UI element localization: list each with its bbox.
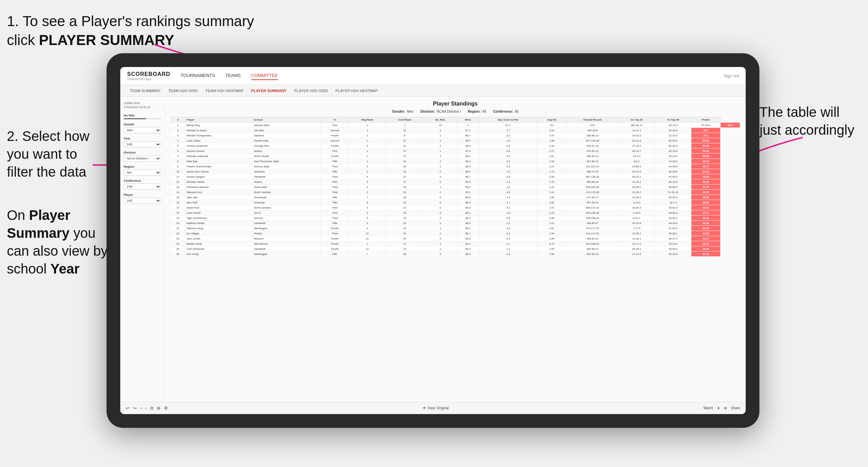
cell-7-10: 607-63-12 bbox=[567, 159, 619, 164]
cell-5-6: 1 bbox=[424, 148, 457, 154]
cell-17-1: Luke Powell bbox=[185, 210, 252, 215]
cell-0-0: 1 bbox=[171, 123, 185, 128]
cell-8-10: 412-221-24 bbox=[567, 164, 619, 169]
cell-12-6: 1 bbox=[424, 185, 457, 190]
table-row: 2Michael La SassoOle MissSecond118067.1-… bbox=[171, 128, 740, 133]
cell-13-9: 1.41 bbox=[537, 190, 567, 195]
cell-2-6: 1 bbox=[424, 133, 457, 138]
cell-11-0: 12 bbox=[171, 179, 185, 185]
watch-button[interactable]: Watch bbox=[703, 406, 713, 410]
table-row: 25Cole SherwoodVanderbiltFourth1223169.5… bbox=[171, 246, 740, 252]
cell-24-0: 25 bbox=[171, 246, 185, 252]
cell-1-3: Second bbox=[321, 128, 349, 133]
cell-10-6: 0 bbox=[424, 174, 457, 179]
cell-3-7: 68.2 bbox=[457, 138, 479, 143]
cell-19-10: 448-85-27 bbox=[567, 221, 619, 226]
cell-24-11: 26-23-1 bbox=[619, 246, 655, 252]
cell-20-11: 7-17-5 bbox=[619, 226, 655, 231]
cell-18-11: 8-21-1 bbox=[619, 215, 655, 221]
cell-4-4: 2 bbox=[349, 143, 385, 148]
cell-1-2: Ole Miss bbox=[253, 128, 321, 133]
cell-15-9: 1.92 bbox=[537, 200, 567, 205]
filter-region-select[interactable]: N/A bbox=[124, 169, 161, 176]
sub-nav-player-h2h-heatmap[interactable]: PLAYER H2H HEATMAP bbox=[333, 87, 380, 94]
cell-7-13: 49.42 bbox=[691, 159, 720, 164]
nav-tournaments[interactable]: TOURNAMENTS bbox=[181, 71, 215, 80]
cell-2-3: Fourth bbox=[321, 133, 349, 138]
cell-16-5: 21 bbox=[385, 205, 424, 210]
sub-nav-team-h2h-heatmap[interactable]: TEAM H2H HEATMAP bbox=[203, 87, 246, 94]
nav-back-icon[interactable]: ‹ bbox=[140, 405, 142, 411]
cell-4-13: 60.89 bbox=[691, 143, 720, 148]
table-row: 24Bastien AmatNew MexicoFourth127269.4-1… bbox=[171, 241, 740, 246]
cell-18-12: 24-45-1 bbox=[655, 215, 691, 221]
nav-forward-icon[interactable]: › bbox=[145, 405, 146, 411]
cell-18-2: Arizona bbox=[253, 215, 321, 221]
filter-gender-select[interactable]: Men bbox=[124, 127, 161, 133]
filter-division-label: Division bbox=[124, 151, 161, 154]
cell-5-10: 674-33-12 bbox=[567, 148, 619, 154]
cell-3-13: 60.04 bbox=[691, 138, 720, 143]
cell-11-13: 40.96 bbox=[691, 179, 720, 185]
cell-12-5: 30 bbox=[385, 185, 424, 190]
cell-13-13: 40.75 bbox=[691, 190, 720, 195]
cell-11-3: Fifth bbox=[321, 179, 349, 185]
filter-gender: Gender Men bbox=[124, 123, 161, 133]
cell-18-7: 69.2 bbox=[457, 215, 479, 221]
cell-21-1: Ian Gilligan bbox=[185, 231, 252, 236]
cell-12-13: 40.83 bbox=[691, 185, 720, 190]
cell-1-9: 3.10 bbox=[537, 128, 567, 133]
redo-icon[interactable]: ↪ bbox=[133, 405, 137, 411]
cell-3-3: Second bbox=[321, 138, 349, 143]
cell-24-4: 12 bbox=[349, 246, 385, 252]
filter-year-select[interactable]: (All) bbox=[124, 141, 161, 147]
cell-17-13: 40.17 bbox=[691, 210, 720, 215]
cell-2-2: Stanford bbox=[253, 133, 321, 138]
cell-2-7: 68.7 bbox=[457, 133, 479, 138]
nav-committee[interactable]: COMMITTEE bbox=[251, 71, 278, 80]
cell-1-12: 35-16-4 bbox=[655, 128, 691, 133]
cell-14-8: -1.5 bbox=[479, 195, 537, 200]
sub-nav-team-h2h-grid[interactable]: TEAM H2H GRID bbox=[166, 87, 201, 94]
cell-5-5: 27 bbox=[385, 148, 424, 154]
cell-21-5: 24 bbox=[385, 231, 424, 236]
cell-0-2: Arizona State bbox=[253, 123, 321, 128]
cell-18-0: 19 bbox=[171, 215, 185, 221]
copy-icon[interactable]: ⧉ bbox=[150, 405, 153, 411]
cell-20-8: -1.5 bbox=[479, 226, 537, 231]
cell-7-1: Mats Ege bbox=[185, 159, 252, 164]
cell-23-1: Bastien Amat bbox=[185, 241, 252, 246]
cell-12-10: 628-192-30 bbox=[567, 185, 619, 190]
cell-6-8: -2.3 bbox=[479, 154, 537, 159]
filter-division-select[interactable]: NCAA Division I bbox=[124, 155, 161, 162]
settings-icon[interactable]: ⚙ bbox=[164, 405, 168, 411]
paste-icon[interactable]: ⊕ bbox=[157, 405, 160, 411]
table-row: 14Maxwell FordNorth CarolinaThird323069.… bbox=[171, 190, 740, 195]
sub-nav-team-summary[interactable]: TEAM SUMMARY bbox=[127, 87, 164, 94]
sub-nav-player-h2h-grid[interactable]: PLAYER H2H GRID bbox=[291, 87, 331, 94]
filter-conference-select[interactable]: (All) bbox=[124, 184, 161, 190]
view-label[interactable]: View: Original bbox=[427, 406, 449, 410]
cell-14-9: 1.66 bbox=[537, 195, 567, 200]
undo-icon[interactable]: ↩ bbox=[126, 405, 130, 411]
download-icon[interactable]: ⬇ bbox=[717, 406, 720, 410]
cell-10-3: Third bbox=[321, 174, 349, 179]
table-row: 4Luke ClatonFlorida StateSecond127268.2-… bbox=[171, 138, 740, 143]
sub-nav-player-summary[interactable]: PLAYER SUMMARY bbox=[248, 87, 289, 94]
cell-8-4: 3 bbox=[349, 164, 385, 169]
nav-teams[interactable]: TEAMS bbox=[225, 71, 241, 80]
cell-11-2: Auburn bbox=[253, 179, 321, 185]
main-content: Update time: 27/03/2024 16:56:26 No Rds.… bbox=[120, 97, 746, 402]
filter-player-select[interactable]: (All) bbox=[124, 198, 161, 204]
col-vs-top25: Vs Top 25 bbox=[619, 117, 655, 123]
table-row: 22Ian GilliganFloridaThird1024168.7-0.91… bbox=[171, 231, 740, 236]
cell-1-5: 18 bbox=[385, 128, 424, 133]
sign-out-link[interactable]: Sign out bbox=[724, 74, 739, 78]
share-button[interactable]: Share bbox=[731, 406, 740, 410]
cell-21-11: 14-26-1 bbox=[619, 231, 655, 236]
cell-23-11: 10-11-1 bbox=[619, 241, 655, 246]
cell-13-3: Third bbox=[321, 190, 349, 195]
settings2-icon[interactable]: ⊞ bbox=[724, 406, 727, 410]
cell-3-8: -1.6 bbox=[479, 138, 537, 143]
cell-5-3: First bbox=[321, 148, 349, 154]
